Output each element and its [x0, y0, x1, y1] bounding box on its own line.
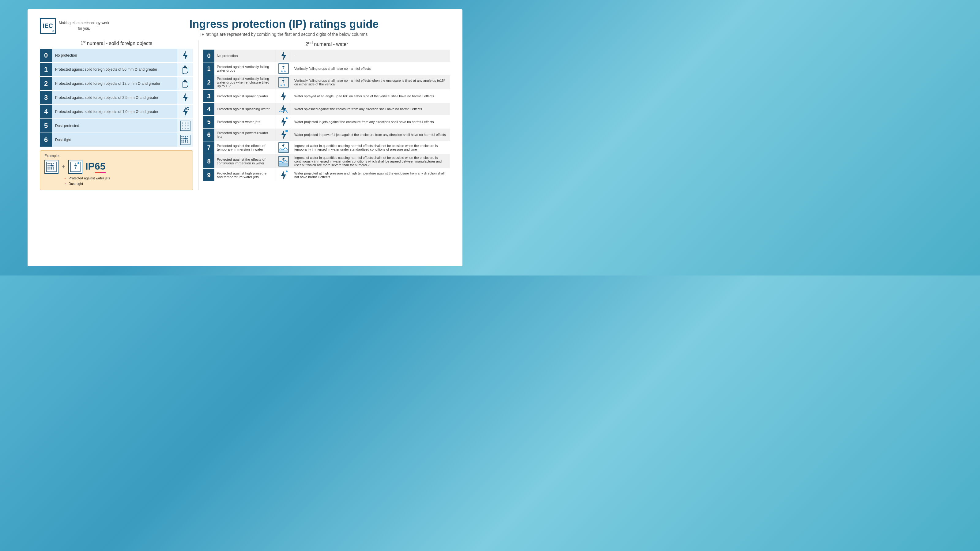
w-powerjet-svg	[278, 129, 289, 140]
main-title: Ingress protection (IP) ratings guide	[118, 18, 450, 30]
svg-marker-67	[282, 143, 285, 148]
solid-num-5: 5	[40, 119, 52, 133]
svg-point-44	[49, 167, 51, 168]
svg-point-1	[183, 73, 184, 74]
w-desc-4: Protected against splashing water	[215, 103, 275, 115]
solid-num-2: 2	[40, 77, 52, 90]
w-drops-tilt-svg	[278, 77, 289, 88]
example-icon-6	[45, 160, 59, 174]
w-icon-2	[275, 75, 291, 89]
solid-icon-3	[177, 91, 193, 105]
solid-row-3: 3 Protected against solid foreign object…	[40, 91, 193, 105]
svg-point-38	[53, 163, 54, 164]
solid-desc-0: No protection	[52, 49, 177, 62]
w-detail-7: Ingress of water in quantities causing h…	[291, 141, 450, 154]
wire-svg	[180, 106, 191, 117]
solid-icon-5	[177, 119, 193, 133]
w-icon-4	[275, 103, 291, 115]
solid-desc-1: Protected against solid foreign objects …	[52, 63, 177, 76]
svg-marker-0	[183, 51, 188, 60]
left-column: 1st numeral - solid foreign objects 0 No…	[40, 40, 193, 190]
svg-point-24	[187, 138, 188, 139]
svg-point-46	[53, 167, 54, 168]
w-num-3: 3	[204, 90, 215, 102]
w-desc-8: Protected against the effects of continu…	[215, 154, 275, 168]
header-row: IEC ® Making electrotechnology work for …	[40, 18, 450, 37]
iec-box: IEC ®	[40, 18, 56, 34]
svg-point-42	[53, 165, 54, 166]
svg-point-12	[188, 125, 189, 126]
solid-num-6: 6	[40, 133, 52, 147]
w-detail-5: Water projected in jets against the encl…	[291, 116, 450, 128]
solid-row-5: 5 Dust-protected	[40, 119, 193, 133]
ip-display: IP 6 5	[86, 161, 106, 173]
iec-reg: ®	[52, 29, 54, 32]
w-detail-9: Water projected at high pressure and hig…	[291, 169, 450, 181]
right-column: 2nd numeral - water 0 No protection -	[198, 40, 450, 190]
water-row-5: 5 Protected against water jets Water pro…	[204, 116, 450, 128]
w-num-2: 2	[204, 75, 215, 89]
w-immerse-temp-svg	[278, 142, 289, 153]
svg-point-26	[183, 140, 185, 141]
w-num-9: 9	[204, 169, 215, 181]
solid-row-4: 4 Protected against solid foreign object…	[40, 105, 193, 119]
ann-arrow-1: →	[63, 176, 67, 180]
w-detail-4: Water splashed against the enclosure fro…	[291, 103, 450, 115]
w-desc-6: Protected against powerful water jets	[215, 129, 275, 141]
svg-point-48	[49, 168, 51, 170]
svg-marker-4	[183, 107, 188, 117]
w-spray-svg	[278, 91, 289, 102]
example-bolt-dot-svg	[70, 161, 81, 172]
svg-point-28	[187, 140, 188, 141]
w-num-1: 1	[204, 62, 215, 75]
solid-icon-1	[177, 63, 193, 76]
svg-point-32	[187, 141, 188, 143]
ann-text-2: Dust-tight	[68, 182, 83, 186]
w-detail-8: Ingress of water in quantities causing h…	[291, 154, 450, 168]
example-label: Example:	[45, 154, 188, 158]
subtitle: IP ratings are represented by combining …	[118, 32, 450, 37]
plus-sign: +	[62, 164, 65, 170]
w-icon-9	[275, 169, 291, 181]
svg-point-65	[285, 130, 288, 132]
ann-text-1: Protected against water jets	[68, 176, 110, 180]
iec-name: IEC	[43, 23, 52, 29]
svg-point-47	[48, 168, 49, 170]
ip-digit2: 5	[100, 161, 106, 173]
w-icon-6	[275, 129, 291, 141]
hand-svg-1	[180, 64, 191, 75]
solid-desc-3: Protected against solid foreign objects …	[52, 91, 177, 105]
example-icon-5	[68, 160, 83, 174]
w-num-0: 0	[204, 49, 215, 62]
svg-point-63	[286, 117, 288, 119]
svg-point-5	[186, 108, 189, 110]
solid-num-3: 3	[40, 91, 52, 105]
solid-num-4: 4	[40, 105, 52, 119]
solid-row-1: 1 Protected against solid foreign object…	[40, 63, 193, 76]
svg-marker-61	[281, 104, 286, 114]
w-icon-3	[275, 90, 291, 102]
w-bolt-svg-0	[278, 50, 289, 61]
solid-row-0: 0 No protection	[40, 49, 193, 62]
svg-marker-57	[282, 64, 285, 70]
solid-num-1: 1	[40, 63, 52, 76]
water-row-9: 9 Protected against high pressure and te…	[204, 169, 450, 181]
water-row-2: 2 Protected against vertically falling w…	[204, 75, 450, 89]
solid-rows: 0 No protection 1 Protected against soli…	[40, 49, 193, 147]
w-jet-svg	[278, 116, 289, 127]
water-row-4: 4 Protected against splashing water Wate…	[204, 103, 450, 115]
solid-desc-6: Dust-tight	[52, 133, 177, 147]
solid-row-6: 6 Dust-tight	[40, 133, 193, 147]
w-desc-5: Protected against water jets	[215, 116, 275, 128]
svg-marker-3	[183, 93, 188, 103]
water-row-3: 3 Protected against spraying water Water…	[204, 90, 450, 102]
example-annotations: → Protected against water jets → Dust-ti…	[63, 176, 188, 186]
dots-dense-svg	[180, 134, 191, 145]
left-col-header: 1st numeral - solid foreign objects	[40, 40, 193, 46]
solid-num-0: 0	[40, 49, 52, 62]
w-desc-9: Protected against high pressure and temp…	[215, 169, 275, 181]
svg-point-11	[185, 125, 186, 126]
solid-desc-2: Protected against solid foreign objects …	[52, 77, 177, 90]
w-splash-svg	[278, 103, 289, 114]
w-num-6: 6	[204, 129, 215, 141]
